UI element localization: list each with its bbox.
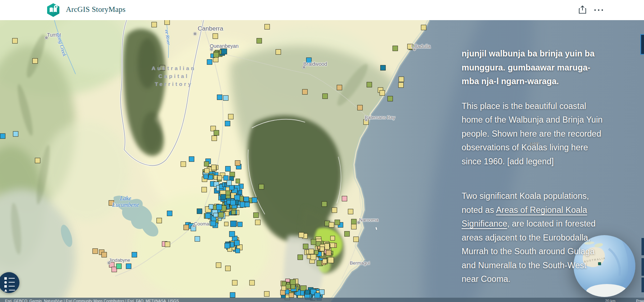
koala-observation-marker[interactable]: [216, 204, 222, 210]
koala-observation-marker[interactable]: [13, 131, 18, 137]
koala-observation-marker[interactable]: [357, 105, 363, 110]
koala-observation-marker[interactable]: [167, 211, 172, 216]
koala-observation-marker[interactable]: [367, 82, 372, 87]
koala-observation-marker[interactable]: [216, 262, 221, 268]
storymaps-logo-icon[interactable]: [46, 3, 60, 17]
koala-observation-marker[interactable]: [35, 158, 40, 163]
koala-observation-marker[interactable]: [210, 221, 216, 226]
koala-observation-marker[interactable]: [230, 200, 236, 205]
koala-observation-marker[interactable]: [322, 259, 327, 264]
koala-observation-marker[interactable]: [306, 58, 312, 63]
koala-observation-marker[interactable]: [213, 213, 218, 217]
koala-observation-marker[interactable]: [259, 184, 264, 189]
koala-observation-marker[interactable]: [225, 243, 230, 248]
koala-observation-marker[interactable]: [380, 65, 386, 70]
koala-observation-marker[interactable]: [281, 286, 286, 290]
koala-observation-marker[interactable]: [230, 221, 236, 227]
koala-observation-marker[interactable]: [380, 90, 385, 96]
koala-observation-marker[interactable]: [387, 96, 393, 101]
koala-observation-marker[interactable]: [330, 236, 335, 240]
koala-observation-marker[interactable]: [232, 280, 237, 285]
koala-observation-marker[interactable]: [252, 197, 257, 203]
koala-observation-marker[interactable]: [264, 291, 269, 297]
koala-observation-marker[interactable]: [224, 222, 228, 226]
scrollbar-thumb[interactable]: [640, 34, 644, 55]
koala-observation-marker[interactable]: [195, 236, 200, 242]
koala-observation-marker[interactable]: [201, 187, 207, 192]
koala-observation-marker[interactable]: [213, 52, 219, 58]
koala-observation-marker[interactable]: [229, 185, 234, 190]
koala-observation-marker[interactable]: [302, 89, 308, 95]
koala-observation-marker[interactable]: [299, 232, 304, 238]
koala-observation-marker[interactable]: [218, 212, 223, 217]
koala-observation-marker[interactable]: [421, 25, 426, 30]
koala-observation-marker[interactable]: [212, 136, 217, 141]
koala-observation-marker[interactable]: [320, 247, 324, 251]
koala-observation-marker[interactable]: [209, 204, 213, 209]
koala-observation-marker[interactable]: [322, 93, 328, 99]
koala-observation-marker[interactable]: [326, 250, 331, 256]
koala-observation-marker[interactable]: [276, 49, 281, 55]
koala-observation-marker[interactable]: [328, 257, 334, 263]
koala-observation-marker[interactable]: [126, 264, 131, 269]
koala-observation-marker[interactable]: [160, 65, 165, 70]
koala-observation-marker[interactable]: [363, 119, 369, 125]
koala-observation-marker[interactable]: [249, 280, 255, 285]
koala-observation-marker[interactable]: [289, 293, 294, 298]
koala-observation-marker[interactable]: [221, 194, 226, 200]
koala-observation-marker[interactable]: [231, 210, 236, 215]
koala-observation-marker[interactable]: [217, 95, 222, 100]
koala-observation-marker[interactable]: [191, 226, 196, 231]
koala-observation-marker[interactable]: [399, 77, 404, 82]
koala-observation-marker[interactable]: [205, 213, 210, 219]
koala-observation-marker[interactable]: [314, 250, 318, 255]
koala-observation-marker[interactable]: [211, 165, 217, 170]
koala-observation-marker[interactable]: [234, 240, 240, 246]
koala-observation-marker[interactable]: [393, 46, 398, 51]
koala-observation-marker[interactable]: [237, 222, 242, 227]
koala-observation-marker[interactable]: [101, 252, 107, 257]
koala-observation-marker[interactable]: [298, 255, 303, 260]
koala-observation-marker[interactable]: [330, 243, 335, 248]
koala-observation-marker[interactable]: [310, 254, 316, 260]
koala-observation-marker[interactable]: [204, 174, 208, 179]
koala-observation-marker[interactable]: [226, 191, 230, 195]
koala-observation-marker[interactable]: [244, 197, 249, 202]
koala-observation-marker[interactable]: [264, 24, 270, 29]
koala-observation-marker[interactable]: [189, 156, 194, 162]
overflow-menu-button[interactable]: [593, 4, 604, 16]
koala-observation-marker[interactable]: [291, 284, 295, 289]
koala-observation-marker[interactable]: [204, 161, 209, 166]
koala-observation-marker[interactable]: [398, 82, 404, 88]
koala-observation-marker[interactable]: [225, 121, 230, 126]
koala-observation-marker[interactable]: [353, 237, 359, 242]
koala-observation-marker[interactable]: [183, 225, 189, 230]
koala-observation-marker[interactable]: [12, 38, 18, 44]
koala-observation-marker[interactable]: [92, 248, 98, 254]
koala-observation-marker[interactable]: [214, 130, 219, 136]
koala-observation-marker[interactable]: [225, 166, 231, 171]
koala-observation-marker[interactable]: [337, 85, 342, 90]
koala-observation-marker[interactable]: [151, 22, 157, 27]
koala-observation-marker[interactable]: [132, 252, 137, 257]
map-canvas[interactable]: CanberraQueanbeyanTumutBraidwoodUlladull…: [0, 20, 644, 302]
koala-observation-marker[interactable]: [344, 231, 350, 237]
koala-observation-marker[interactable]: [223, 95, 228, 101]
koala-observation-marker[interactable]: [235, 248, 240, 253]
koala-observation-marker[interactable]: [207, 59, 212, 65]
koala-observation-marker[interactable]: [164, 20, 170, 25]
koala-observation-marker[interactable]: [213, 33, 218, 39]
koala-observation-marker[interactable]: [332, 207, 337, 213]
koala-observation-marker[interactable]: [235, 160, 240, 166]
koala-observation-marker[interactable]: [255, 220, 260, 225]
koala-observation-marker[interactable]: [109, 200, 114, 206]
koala-observation-marker[interactable]: [165, 242, 170, 247]
koala-observation-marker[interactable]: [351, 224, 357, 229]
koala-observation-marker[interactable]: [342, 196, 347, 201]
koala-observation-marker[interactable]: [322, 201, 327, 207]
koala-observation-marker[interactable]: [348, 209, 353, 214]
koala-observation-marker[interactable]: [221, 49, 227, 54]
koala-observation-marker[interactable]: [257, 38, 262, 44]
koala-observation-marker[interactable]: [225, 266, 231, 271]
koala-observation-marker[interactable]: [305, 290, 310, 294]
